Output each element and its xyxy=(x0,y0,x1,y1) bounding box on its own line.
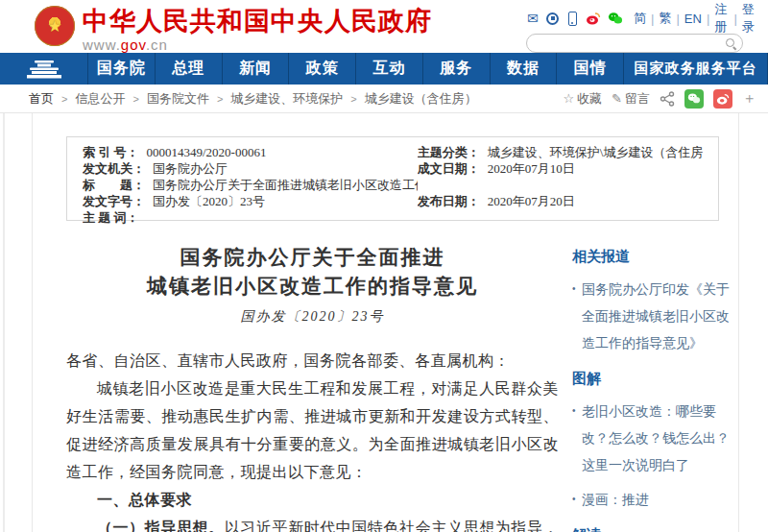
sidebar-section-interpretation: 解读 进度如何？资金从哪来？怎样 xyxy=(572,526,741,532)
favorite-label: 收藏 xyxy=(577,90,602,108)
nav-item-gov-service-platform[interactable]: 国家政务服务平台 xyxy=(624,53,768,85)
wechat-share-button[interactable] xyxy=(684,89,704,109)
breadcrumb-separator: > xyxy=(350,93,356,105)
meta-value: 城乡建设、环境保护\城乡建设（含住房） xyxy=(488,145,703,159)
url-prefix: www. xyxy=(83,36,121,53)
section-heading-overall-requirements: 一、总体要求 xyxy=(66,486,559,514)
document-article: 国务院办公厅关于全面推进 城镇老旧小区改造工作的指导意见 国办发〔2020〕23… xyxy=(66,243,559,532)
meta-value: 000014349/2020-00061 xyxy=(147,145,267,159)
rss-circle-icon[interactable] xyxy=(546,12,559,25)
header-right: ✉ 简|繁|EN|注册|登录 xyxy=(526,10,756,53)
nav-item-data[interactable]: 数据 xyxy=(491,53,558,85)
sidebar-link-infographic-1[interactable]: 老旧小区改造：哪些要改？怎么改？钱怎么出？这里一次说明白了 xyxy=(572,398,741,478)
email-icon[interactable]: ✉ xyxy=(526,11,540,26)
breadcrumb-state-council-docs[interactable]: 国务院文件 xyxy=(147,90,209,108)
breadcrumb-housing[interactable]: 城乡建设（含住房） xyxy=(365,90,477,108)
meta-label: 成文日期： xyxy=(418,161,480,176)
sidebar-link-related-report-1[interactable]: 国务院办公厅印发《关于全面推进城镇老旧小区改造工作的指导意见》 xyxy=(572,276,741,356)
search-input[interactable] xyxy=(533,36,725,51)
search-box[interactable] xyxy=(526,34,743,53)
nav-item-news[interactable]: 新闻 xyxy=(223,53,290,85)
site-branding[interactable]: 中华人民共和国中央人民政府 www.gov.cn xyxy=(83,7,432,53)
meta-right-column: 主题分类：城乡建设、环境保护\城乡建设（含住房） 成文日期：2020年07月10… xyxy=(418,144,703,213)
sidebar-heading-infographics: 图解 xyxy=(572,370,741,388)
mobile-icon[interactable] xyxy=(568,12,577,26)
meta-value: 2020年07月20日 xyxy=(488,194,575,208)
comment-button[interactable]: ✎留言 xyxy=(612,90,650,108)
document-number: 国办发〔2020〕23号 xyxy=(66,308,559,326)
breadcrumb-home[interactable]: 首页 xyxy=(29,90,54,108)
comment-label: 留言 xyxy=(625,90,650,108)
meta-label: 标 题： xyxy=(83,178,145,192)
nav-item-national-conditions[interactable]: 国情 xyxy=(557,53,624,85)
meta-row-publish-date: 发布日期：2020年07月20日 xyxy=(418,193,703,209)
header-icons: ✉ 简|繁|EN|注册|登录 xyxy=(526,10,756,27)
content-container: 索 引 号：000014349/2020-00061 发文机关：国务院办公厅 标… xyxy=(32,113,739,532)
paragraph-guiding-ideology: （一）指导思想。以习近平新时代中国特色社会主义思想为指导，全面贯彻党的十九大和十… xyxy=(66,514,559,532)
page-edge-line xyxy=(3,113,5,532)
nav-item-services[interactable]: 服务 xyxy=(423,53,491,85)
breadcrumb-separator: > xyxy=(217,93,223,105)
login-link[interactable]: 登录 xyxy=(742,1,756,36)
meta-row-keywords: 主 题 词： xyxy=(83,209,418,226)
nav-home-tiananmen[interactable] xyxy=(0,53,88,85)
more-share-button[interactable]: ＋ xyxy=(742,89,756,108)
breadcrumb-bar: 首页 > 信息公开 > 国务院文件 > 城乡建设、环境保护 > 城乡建设（含住房… xyxy=(0,85,768,113)
site-url: www.gov.cn xyxy=(83,36,432,53)
lang-simplified[interactable]: 简 xyxy=(634,10,646,27)
favorite-button[interactable]: ☆收藏 xyxy=(563,90,602,108)
breadcrumb-urban-rural[interactable]: 城乡建设、环境保护 xyxy=(230,90,343,108)
breadcrumb-info-disclosure[interactable]: 信息公开 xyxy=(75,90,125,108)
wechat-share-icon xyxy=(687,92,701,105)
star-icon: ☆ xyxy=(563,91,574,106)
meta-label: 发文字号： xyxy=(83,194,145,208)
sidebar-link-comic[interactable]: 漫画：推进 xyxy=(572,486,741,513)
separator: | xyxy=(707,12,709,26)
emblem-star-icon: ★ xyxy=(47,18,61,35)
meta-row-title: 标 题：国务院办公厅关于全面推进城镇老旧小区改造工作的指导意见 xyxy=(83,177,418,193)
sidebar-heading-related-reports: 相关报道 xyxy=(572,248,741,266)
meta-left-column: 索 引 号：000014349/2020-00061 发文机关：国务院办公厅 标… xyxy=(83,144,418,213)
meta-value: 国务院办公厅关于全面推进城镇老旧小区改造工作的指导意见 xyxy=(153,178,418,192)
nav-item-policy[interactable]: 政策 xyxy=(289,53,356,85)
separator: | xyxy=(651,12,654,26)
tiananmen-icon xyxy=(23,60,65,79)
url-gov: gov xyxy=(121,36,146,53)
related-sidebar: 相关报道 国务院办公厅印发《关于全面推进城镇老旧小区改造工作的指导意见》 图解 … xyxy=(572,248,741,532)
paragraph-intro: 城镇老旧小区改造是重大民生工程和发展工程，对满足人民群众美好生活需要、推动惠民生… xyxy=(66,375,559,486)
share-button[interactable] xyxy=(660,91,675,107)
weibo-icon[interactable] xyxy=(586,11,601,26)
page: ★ 中华人民共和国中央人民政府 www.gov.cn ✉ 简|繁|EN|注册|登… xyxy=(0,0,768,532)
paragraph-lead: （一）指导思想。 xyxy=(97,520,225,532)
pencil-icon: ✎ xyxy=(612,91,622,106)
meta-label: 主题分类： xyxy=(418,145,480,159)
meta-label: 发布日期： xyxy=(418,194,480,208)
document-title-line1: 国务院办公厅关于全面推进 xyxy=(66,243,559,272)
search-icon[interactable] xyxy=(725,37,736,49)
meta-label: 主 题 词： xyxy=(83,210,139,225)
breadcrumb: 首页 > 信息公开 > 国务院文件 > 城乡建设、环境保护 > 城乡建设（含住房… xyxy=(29,90,563,108)
meta-label: 发文机关： xyxy=(83,161,145,176)
meta-row-written-date: 成文日期：2020年07月10日 xyxy=(418,160,703,177)
lang-traditional[interactable]: 繁 xyxy=(659,10,671,27)
wechat-icon[interactable] xyxy=(608,11,623,26)
lang-english[interactable]: EN xyxy=(684,12,702,26)
nav-item-premier[interactable]: 总理 xyxy=(156,53,223,85)
separator: | xyxy=(676,12,679,26)
register-link[interactable]: 注册 xyxy=(714,1,729,36)
site-header: ★ 中华人民共和国中央人民政府 www.gov.cn ✉ 简|繁|EN|注册|登… xyxy=(0,0,768,53)
meta-row-agency: 发文机关：国务院办公厅 xyxy=(83,160,418,177)
sidebar-section-related-reports: 相关报道 国务院办公厅印发《关于全面推进城镇老旧小区改造工作的指导意见》 xyxy=(572,248,741,356)
language-links: 简|繁|EN|注册|登录 xyxy=(634,1,756,36)
breadcrumb-separator: > xyxy=(132,93,138,105)
nav-item-interaction[interactable]: 互动 xyxy=(356,53,423,85)
sidebar-heading-interpretation: 解读 xyxy=(572,526,741,532)
sidebar-section-infographics: 图解 老旧小区改造：哪些要改？怎么改？钱怎么出？这里一次说明白了 漫画：推进 xyxy=(572,370,741,513)
meta-label: 索 引 号： xyxy=(83,145,139,159)
meta-value: 2020年07月10日 xyxy=(488,161,575,176)
salutation: 各省、自治区、直辖市人民政府，国务院各部委、各直属机构： xyxy=(66,347,559,375)
page-actions: ☆收藏 ✎留言 ＋ xyxy=(563,89,756,109)
site-title: 中华人民共和国中央人民政府 xyxy=(83,7,432,36)
weibo-share-button[interactable] xyxy=(713,89,732,109)
nav-item-state-council[interactable]: 国务院 xyxy=(88,53,156,85)
